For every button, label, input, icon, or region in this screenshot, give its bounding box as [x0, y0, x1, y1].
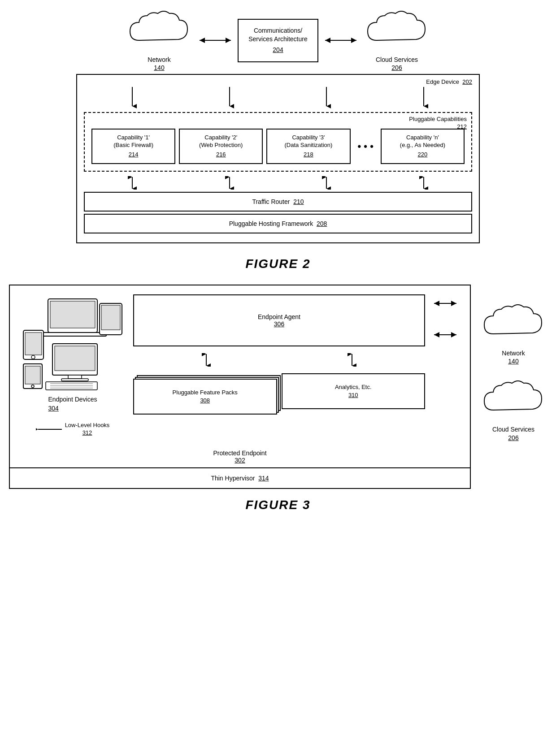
network-label-fig3: Network 140	[502, 349, 525, 365]
figure2-title: FIGURE 2	[245, 257, 310, 271]
cloud-services-label-fig3: Cloud Services 206	[492, 425, 534, 441]
cloud-services-svg-fig2	[363, 9, 430, 54]
center-bidir-arrows	[133, 353, 425, 367]
cloud-services-svg-fig3	[480, 379, 547, 423]
endpoint-devices-label: Endpoint Devices 304	[48, 395, 97, 413]
comm-services-box: Communications/ Services Architecture 20…	[238, 19, 318, 62]
protected-endpoint-label: Protected Endpoint 302	[10, 446, 470, 467]
center-bidir-1	[202, 353, 211, 367]
svg-rect-19	[55, 346, 95, 371]
figure2-top-row: Network 140 Communications/	[9, 9, 547, 72]
protected-endpoint-outer: Endpoint Devices 304	[9, 285, 471, 489]
network-text: Network	[148, 56, 170, 63]
endpoint-agent-box: Endpoint Agent 306	[133, 294, 425, 346]
right-arrows-inside	[432, 294, 461, 344]
page: Network 140 Communications/	[9, 9, 547, 512]
hooks-arrow	[36, 425, 63, 434]
arrow-comm-to-cloud	[323, 36, 359, 45]
svg-rect-14	[25, 333, 42, 355]
devices-section: Endpoint Devices 304	[19, 294, 126, 437]
right-clouds-section: Network 140 Cloud Services 206	[480, 285, 547, 442]
figure3-title: FIGURE 3	[9, 498, 547, 512]
hosting-framework-box: Pluggable Hosting Framework 208	[84, 214, 472, 233]
thin-hypervisor-bar: Thin Hypervisor 314	[10, 467, 470, 488]
analytics-box: Analytics, Etc. 310	[282, 373, 426, 415]
figure3-main-layout: Endpoint Devices 304	[9, 285, 547, 489]
edge-device-label: Edge Device 202	[426, 78, 472, 85]
bidir-arrow-2	[225, 176, 234, 190]
svg-rect-12	[39, 333, 106, 336]
capability-1-ref: 214	[98, 151, 169, 159]
devices-illustration	[21, 294, 124, 393]
dots-separator: • • •	[354, 141, 377, 152]
bidir-arrow-3	[322, 176, 331, 190]
network-cloud-fig3: Network 140	[480, 302, 547, 365]
comm-ref: 204	[248, 46, 308, 55]
bidirectional-arrows	[84, 176, 472, 190]
capability-2-ref: 216	[185, 151, 256, 159]
arrow-down-4	[419, 86, 428, 108]
arrow-down-1	[128, 86, 137, 108]
cloud-services-fig3: Cloud Services 206	[480, 379, 547, 441]
figure3-layout: Endpoint Devices 304	[9, 285, 547, 512]
hosting-framework-label: Pluggable Hosting Framework	[229, 220, 313, 227]
arrow-to-cloud-services	[432, 330, 459, 339]
svg-rect-20	[68, 375, 82, 379]
pluggable-cap-label: Pluggable Capabilities 212	[409, 116, 467, 131]
feature-packs-box: Pluggable Feature Packs 308	[133, 379, 277, 415]
svg-rect-21	[61, 379, 88, 381]
capability-2-box: Capability '2'(Web Protection) 216	[179, 129, 263, 164]
capability-1-box: Capability '1'(Basic Firewall) 214	[91, 129, 175, 164]
figure3-inner: Endpoint Devices 304	[10, 285, 470, 446]
network-cloud-fig2: Network 140	[126, 9, 193, 72]
center-bidir-2	[348, 353, 356, 367]
cloud-services-fig2: Cloud Services 206	[363, 9, 430, 72]
center-section: Endpoint Agent 306	[133, 294, 425, 415]
capability-n-text: Capability 'n'(e.g., As Needed)	[400, 134, 445, 148]
arrow-to-network-cloud	[432, 299, 459, 308]
capability-n-ref: 220	[387, 151, 458, 159]
arrow-network-to-comm	[197, 36, 233, 45]
comm-line2: Services Architecture	[248, 35, 308, 43]
capability-n-box: Capability 'n'(e.g., As Needed) 220	[381, 129, 465, 164]
traffic-router-box: Traffic Router 210	[84, 192, 472, 212]
capability-2-text: Capability '2'(Web Protection)	[199, 134, 243, 148]
hooks-section: Low-Level Hooks 312	[36, 422, 110, 437]
network-cloud-svg	[126, 9, 193, 54]
analytics-inner: Analytics, Etc. 310	[282, 373, 426, 409]
svg-rect-11	[50, 301, 95, 328]
network-label-fig2: Network 140	[148, 56, 170, 72]
svg-rect-17	[101, 305, 120, 330]
cloud-services-label-fig2: Cloud Services 206	[376, 56, 418, 72]
edge-device-box: Edge Device 202	[76, 74, 480, 243]
pluggable-capabilities-box: Pluggable Capabilities 212 Capability '1…	[84, 112, 472, 172]
traffic-router-label: Traffic Router	[252, 198, 290, 205]
arrows-from-comm	[84, 86, 472, 108]
cloud-services-text-fig2: Cloud Services	[376, 56, 418, 63]
svg-rect-27	[25, 366, 40, 384]
capability-3-box: Capability '3'(Data Sanitization) 218	[266, 129, 350, 164]
hosting-framework-ref: 208	[317, 220, 327, 227]
capabilities-row: Capability '1'(Basic Firewall) 214 Capab…	[91, 129, 465, 164]
hooks-label: Low-Level Hooks 312	[65, 422, 110, 437]
comm-line1: Communications/	[254, 27, 302, 34]
cloud-services-ref-fig2: 206	[376, 64, 418, 72]
lower-boxes: Pluggable Feature Packs 308 Analytics, E…	[133, 373, 425, 415]
capability-3-text: Capability '3'(Data Sanitization)	[284, 134, 332, 148]
bidir-arrow-1	[128, 176, 137, 190]
capability-1-text: Capability '1'(Basic Firewall)	[113, 134, 153, 148]
network-cloud-svg-fig3	[480, 302, 547, 347]
feature-packs-wrapper: Pluggable Feature Packs 308	[133, 379, 277, 415]
bidir-arrow-4	[419, 176, 428, 190]
capability-3-ref: 218	[273, 151, 344, 159]
arrow-down-3	[322, 86, 331, 108]
arrow-down-2	[225, 86, 234, 108]
traffic-router-ref: 210	[293, 198, 304, 205]
figure2-layout: Network 140 Communications/	[9, 9, 547, 285]
network-ref: 140	[148, 64, 170, 72]
